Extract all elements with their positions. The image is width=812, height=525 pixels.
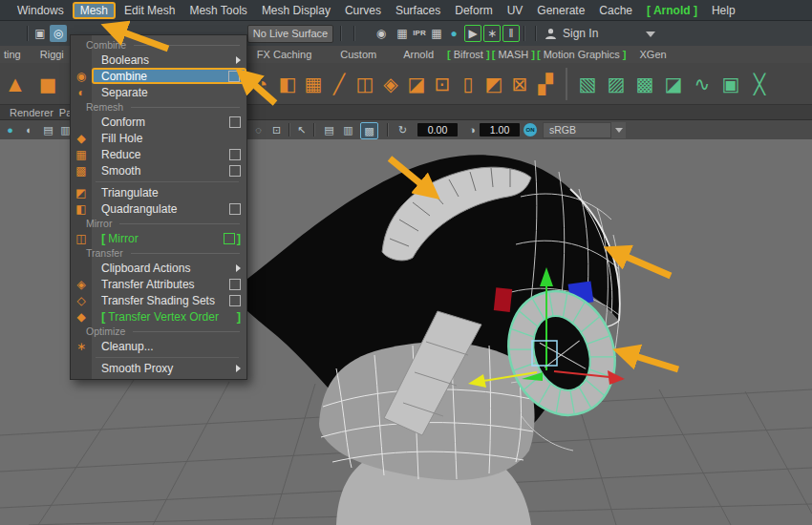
menu-item-transfer-vertex-order[interactable]: ◆[Transfer Vertex Order] — [71, 308, 246, 325]
cross-arrows-icon[interactable]: ╳ — [747, 69, 772, 99]
lighting-icon[interactable]: ● — [2, 122, 18, 137]
option-box[interactable] — [224, 233, 235, 244]
menu-item-triangulate[interactable]: ◩Triangulate — [71, 184, 246, 200]
menu-mesh[interactable]: Mesh — [73, 2, 116, 19]
divider[interactable] — [27, 26, 29, 41]
curve-tool-icon[interactable]: ╱ — [328, 69, 351, 99]
sign-in-button[interactable]: Sign In — [545, 25, 598, 42]
divider[interactable] — [524, 26, 525, 41]
colorspace-dropdown-arrow[interactable] — [611, 122, 626, 138]
render-sequence-icon[interactable]: ▶ — [464, 25, 481, 42]
render-settings-icon[interactable]: ▦ — [428, 25, 445, 42]
poly-sphere-icon[interactable]: ◔ — [250, 69, 273, 99]
exposure-field[interactable]: 0.00 — [417, 123, 458, 136]
menu-cache[interactable]: Cache — [593, 3, 638, 18]
wireframe-icon[interactable]: ▤ — [321, 122, 337, 137]
ipr-render-icon[interactable]: IPR — [411, 25, 428, 42]
menu-mesh-display[interactable]: Mesh Display — [256, 3, 336, 18]
shelf-tab-arnold[interactable]: Arnold — [403, 49, 434, 60]
quad-draw-icon[interactable]: ▞ — [534, 69, 557, 99]
menu-windows[interactable]: Windows — [11, 3, 70, 18]
shelf-tab-mash[interactable]: [ MASH ] — [492, 49, 535, 60]
menu-mesh-tools[interactable]: Mesh Tools — [183, 3, 252, 18]
arnold-utility-icon[interactable]: ∗ — [483, 25, 501, 42]
menu-item-combine[interactable]: ◉Combine — [71, 68, 246, 84]
shelf-tab-fx-caching[interactable]: FX Caching — [257, 49, 311, 60]
option-box[interactable] — [229, 165, 241, 177]
option-box[interactable] — [229, 295, 241, 306]
shaded-icon[interactable]: ▥ — [340, 122, 356, 137]
face-split-icon[interactable]: ◩ — [482, 69, 505, 99]
eye-icon[interactable]: ◉ — [373, 25, 390, 42]
isolate-select-icon[interactable]: ◌ — [250, 122, 267, 137]
snap-highlight-icon[interactable]: ◎ — [50, 25, 67, 42]
shelf-tab-motion-graphics[interactable]: [ Motion Graphics ] — [537, 49, 627, 60]
option-box[interactable] — [228, 71, 240, 82]
lattice-icon[interactable]: ⊠ — [508, 69, 531, 99]
poly-grid-icon[interactable]: ▦ — [302, 69, 325, 99]
live-surface-field[interactable]: No Live Surface — [247, 25, 333, 43]
select-cube-icon[interactable]: ⊡ — [431, 69, 454, 99]
refresh-icon[interactable]: ↻ — [395, 122, 411, 137]
uv-checker-icon[interactable]: ▣ — [718, 69, 743, 99]
shelf-tab-riggi[interactable]: Riggi — [40, 49, 64, 60]
menu-item-transfer-shading-sets[interactable]: ◇Transfer Shading Sets — [71, 292, 246, 308]
divider[interactable] — [340, 26, 342, 41]
menu-item-mirror[interactable]: ◫[Mirror] — [71, 230, 246, 246]
option-box[interactable] — [229, 149, 241, 160]
menu-item-fill-hole[interactable]: ◆Fill Hole — [71, 130, 246, 146]
colorspace-dropdown[interactable]: sRGB gamma — [543, 122, 611, 138]
pause-viewport-icon[interactable]: ‖ — [502, 25, 520, 42]
menu-item-transfer-attributes[interactable]: ◈Transfer Attributes — [71, 276, 246, 292]
menu-edit-mesh[interactable]: Edit Mesh — [118, 3, 181, 18]
gamma-field[interactable]: 1.00 — [480, 123, 520, 136]
sign-in-dropdown-arrow[interactable] — [646, 32, 655, 37]
divider[interactable] — [535, 26, 537, 41]
poly-cylinder-icon[interactable]: ◼ — [34, 69, 61, 99]
divider[interactable] — [353, 26, 355, 41]
poly-cube-icon[interactable]: ◧ — [276, 69, 299, 99]
option-box[interactable] — [229, 279, 241, 290]
cube-shaded-icon[interactable]: ◪ — [405, 69, 428, 99]
menu-generate[interactable]: Generate — [531, 3, 590, 18]
nurbs-patch-icon[interactable]: ▩ — [632, 69, 657, 99]
menu-arnold[interactable]: [ Arnold ] — [641, 3, 703, 18]
option-box[interactable] — [229, 203, 241, 215]
nurbs-surface-icon[interactable]: ▨ — [604, 69, 629, 99]
menu-item-smooth[interactable]: ▩Smooth — [71, 162, 246, 178]
vertex-frame-icon[interactable]: ▯ — [457, 69, 480, 99]
menu-item-booleans[interactable]: Booleans — [71, 52, 246, 68]
menu-deform[interactable]: Deform — [449, 3, 498, 18]
menu-curves[interactable]: Curves — [339, 3, 387, 18]
nurbs-curve-icon[interactable]: ∿ — [690, 69, 715, 99]
menu-item-separate[interactable]: ◐Separate — [71, 84, 246, 100]
nurbs-plane-icon[interactable]: ▧ — [575, 69, 600, 99]
shelf-tab-ting[interactable]: ting — [4, 49, 21, 60]
menu-item-smooth-proxy[interactable]: Smooth Proxy — [71, 360, 246, 376]
menu-item-quadrangulate[interactable]: ◧Quadrangulate — [71, 200, 246, 217]
textured-icon[interactable]: ▩ — [360, 122, 378, 139]
nurbs-cube-icon[interactable]: ◪ — [661, 69, 686, 99]
shadows-icon[interactable]: ◐ — [21, 122, 37, 137]
menu-item-conform[interactable]: Conform — [71, 114, 246, 130]
menu-surfaces[interactable]: Surfaces — [390, 3, 446, 18]
ao-icon[interactable]: ▤ — [40, 122, 56, 137]
colorspace-enabled-icon[interactable]: ON — [524, 123, 537, 136]
option-box[interactable] — [229, 116, 241, 128]
panel-menu-renderer[interactable]: Renderer — [10, 107, 53, 118]
plane-diamond-icon[interactable]: ◈ — [379, 69, 402, 99]
selection-mask-icon[interactable]: ▣ — [32, 25, 49, 42]
menu-item-clipboard-actions[interactable]: Clipboard Actions — [71, 260, 246, 276]
shelf-tab-xgen[interactable]: XGen — [639, 49, 666, 60]
poly-cylinder2-icon[interactable]: ◫ — [353, 69, 376, 99]
gamma-icon[interactable]: ◑ — [464, 122, 481, 137]
menu-uv[interactable]: UV — [502, 3, 529, 18]
menu-item-cleanup[interactable]: ∗Cleanup... — [71, 338, 246, 354]
shelf-tab-bifrost[interactable]: [ Bifrost ] — [447, 49, 490, 60]
panels-icon[interactable]: ▦ — [394, 25, 411, 42]
shelf-tab-custom[interactable]: Custom — [340, 49, 376, 60]
menu-help[interactable]: Help — [706, 3, 741, 18]
render-view-icon[interactable]: ● — [445, 25, 462, 42]
menu-item-reduce[interactable]: ▦Reduce — [71, 146, 246, 162]
lock-camera-icon[interactable]: ⊡ — [268, 122, 285, 137]
